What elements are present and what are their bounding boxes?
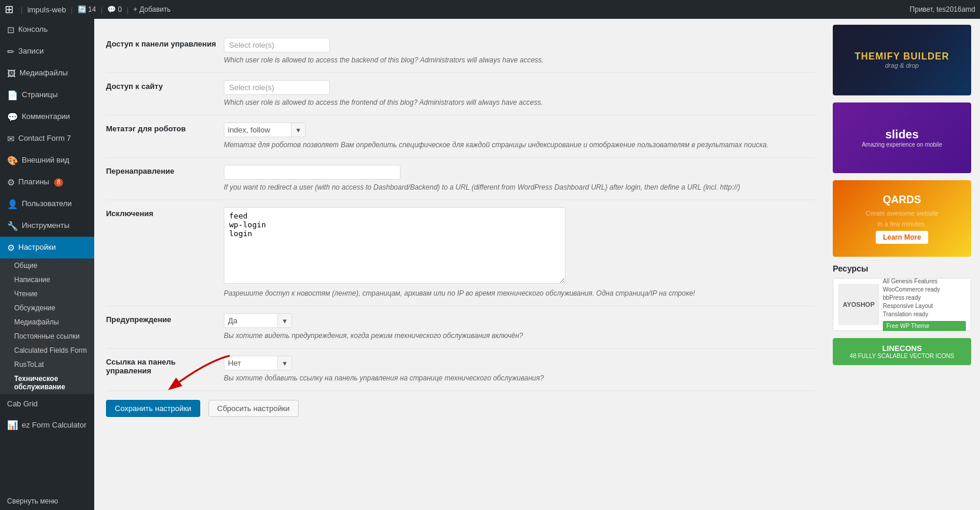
panel-access-desc: Which user role is allowed to access the…	[224, 55, 815, 65]
sidebar-item-media[interactable]: 🖼 Медиафайлы	[0, 62, 94, 84]
warning-select[interactable]: Да Нет	[224, 314, 277, 327]
qards-btn[interactable]: Learn More	[876, 231, 928, 244]
sidebar: ⊡ Консоль ✏ Записи 🖼 Медиафайлы 📄 Страни…	[0, 19, 94, 510]
tools-icon: 🔧	[7, 220, 18, 232]
warning-desc: Вы хотите видеть предупреждения, когда р…	[224, 330, 815, 341]
appearance-icon: 🎨	[7, 154, 18, 167]
sub-item-permalinks[interactable]: Постоянные ссылки	[0, 329, 94, 343]
warning-row: Предупреждение Да Нет ▼ Вы хотите видет	[106, 306, 815, 349]
sub-item-discussion[interactable]: Обсуждение	[0, 301, 94, 315]
sidebar-item-comments[interactable]: 💬 Комментарии	[0, 106, 94, 128]
panel-access-label: Доступ к панели управления	[106, 31, 224, 73]
sidebar-item-posts[interactable]: ✏ Записи	[0, 41, 94, 62]
robots-meta-select-wrap[interactable]: index, follow noindex, nofollow noindex,…	[224, 122, 306, 137]
ad-themify[interactable]: THEMIFY BUILDER drag & drop	[833, 25, 971, 95]
site-access-select[interactable]: Select role(s)	[224, 80, 330, 95]
ayoshop-badge: Free WP Theme	[883, 321, 966, 331]
redirect-input[interactable]	[224, 165, 400, 180]
sub-item-maintenance[interactable]: Техническое обслуживание	[0, 372, 94, 394]
dashboard-link-arrow-icon: ▼	[277, 356, 292, 370]
linecons-title: LINECONS	[839, 344, 965, 353]
sub-item-reading[interactable]: Чтение	[0, 287, 94, 301]
ad-slides[interactable]: slides Amazing experience on mobile	[833, 102, 971, 173]
site-access-row: Доступ к сайту Select role(s) Which user…	[106, 73, 815, 115]
reset-button[interactable]: Сбросить настройки	[208, 400, 299, 417]
dashboard-link-label: Ссылка на панель управления	[106, 349, 224, 391]
dashboard-link-select-wrap[interactable]: Нет Да ▼	[224, 356, 292, 370]
settings-form-table: Доступ к панели управления Select role(s…	[106, 31, 815, 391]
panel-access-select[interactable]: Select role(s)	[224, 38, 330, 52]
users-icon: 👤	[7, 198, 18, 210]
contact-icon: ✉	[7, 133, 15, 145]
admin-bar: ⊞ | impuls-web | 🔄 14 | 💬 0 | + Добавить…	[0, 0, 980, 19]
ad-qards[interactable]: QARDS Create awesome website in a few mi…	[833, 180, 971, 257]
add-new-button[interactable]: + Добавить	[133, 5, 170, 14]
exclusions-desc: Разрешите доступ к новостям (ленте), стр…	[224, 288, 815, 299]
pages-icon: 📄	[7, 89, 18, 101]
warning-select-wrap[interactable]: Да Нет ▼	[224, 313, 292, 328]
media-icon: 🖼	[7, 67, 16, 80]
console-icon: ⊡	[7, 24, 15, 36]
linecons-sub: 48 FULLY SCALABLE VECTOR ICONS	[839, 353, 965, 359]
main-content: Доступ к панели управления Select role(s…	[94, 19, 980, 510]
posts-icon: ✏	[7, 45, 15, 58]
ezform-icon: 📊	[7, 419, 18, 431]
site-access-desc: Which user role is allowed to access the…	[224, 97, 815, 108]
sidebar-item-pages[interactable]: 📄 Страницы	[0, 84, 94, 106]
sidebar-item-ezform[interactable]: 📊 ez Form Calculator	[0, 414, 94, 436]
sidebar-item-contact[interactable]: ✉ Contact Form 7	[0, 128, 94, 150]
save-button[interactable]: Сохранить настройки	[106, 400, 200, 417]
robots-meta-row: Метатэг для роботов index, follow noinde…	[106, 115, 815, 158]
dashboard-link-select[interactable]: Нет Да	[224, 356, 277, 370]
plugins-badge: 8	[54, 178, 64, 187]
sidebar-item-console[interactable]: ⊡ Консоль	[0, 19, 94, 41]
updates-item[interactable]: 🔄 14	[78, 5, 96, 14]
site-access-label: Доступ к сайту	[106, 73, 224, 115]
sidebar-item-plugins[interactable]: ⚙ Плагины 8	[0, 171, 94, 193]
settings-area: Доступ к панели управления Select role(s…	[94, 19, 827, 438]
comments-menu-icon: 💬	[7, 111, 18, 123]
wp-logo-icon[interactable]: ⊞	[5, 3, 14, 16]
robots-meta-arrow-icon: ▼	[291, 123, 305, 137]
collapse-menu[interactable]: Свернуть меню	[0, 492, 94, 510]
robots-meta-label: Метатэг для роботов	[106, 115, 224, 158]
sidebar-item-users[interactable]: 👤 Пользователи	[0, 193, 94, 215]
redirect-label: Перенаправление	[106, 158, 224, 200]
comments-item[interactable]: 💬 0	[107, 5, 122, 14]
site-name[interactable]: impuls-web	[27, 5, 66, 14]
robots-meta-select[interactable]: index, follow noindex, nofollow noindex,…	[224, 123, 291, 137]
dashboard-link-row: Ссылка на панель управления Нет Да ▼ Вы	[106, 349, 815, 391]
settings-icon: ⚙	[7, 241, 15, 254]
warning-arrow-icon: ▼	[277, 314, 292, 327]
warning-label: Предупреждение	[106, 306, 224, 349]
sub-item-rustolat[interactable]: RusToLat	[0, 357, 94, 372]
greeting: Привет, tes2016amd	[910, 5, 975, 14]
sub-item-writing[interactable]: Написание	[0, 273, 94, 287]
actions-row: Сохранить настройки Сбросить настройки	[106, 391, 815, 426]
dashboard-link-desc: Вы хотите добавить ссылку на панель упра…	[224, 373, 815, 383]
ad-linecons[interactable]: LINECONS 48 FULLY SCALABLE VECTOR ICONS	[833, 338, 971, 365]
sidebar-item-appearance[interactable]: 🎨 Внешний вид	[0, 150, 94, 171]
plugins-icon: ⚙	[7, 176, 15, 188]
exclusions-textarea[interactable]: feed wp-login login	[224, 207, 565, 284]
ad-ayoshop[interactable]: AYOSHOP All Genesis Features WooCommerce…	[833, 278, 971, 331]
sidebar-item-cabgrid[interactable]: Cab Grid	[0, 394, 94, 414]
redirect-desc: If you want to redirect a user (with no …	[224, 182, 815, 193]
ayoshop-info: All Genesis Features WooCommerce ready b…	[883, 278, 966, 331]
panel-access-row: Доступ к панели управления Select role(s…	[106, 31, 815, 73]
sub-item-media-settings[interactable]: Медиафайлы	[0, 315, 94, 329]
exclusions-row: Исключения feed wp-login login Разрешите…	[106, 200, 815, 306]
resources-title: Ресурсы	[833, 264, 971, 273]
sub-item-general[interactable]: Общие	[0, 259, 94, 273]
redirect-row: Перенаправление If you want to redirect …	[106, 158, 815, 200]
sub-item-calcfields[interactable]: Calculated Fields Form	[0, 343, 94, 357]
exclusions-label: Исключения	[106, 200, 224, 306]
ayoshop-image: AYOSHOP	[838, 284, 879, 325]
settings-submenu: Общие Написание Чтение Обсуждение Медиаф…	[0, 259, 94, 394]
robots-meta-desc: Метатэг для роботов позволяет Вам опреде…	[224, 140, 815, 150]
sidebar-item-tools[interactable]: 🔧 Инструменты	[0, 215, 94, 237]
sidebar-item-settings[interactable]: ⚙ Настройки	[0, 237, 94, 259]
right-sidebar: THEMIFY BUILDER drag & drop slides Amazi…	[827, 19, 980, 438]
